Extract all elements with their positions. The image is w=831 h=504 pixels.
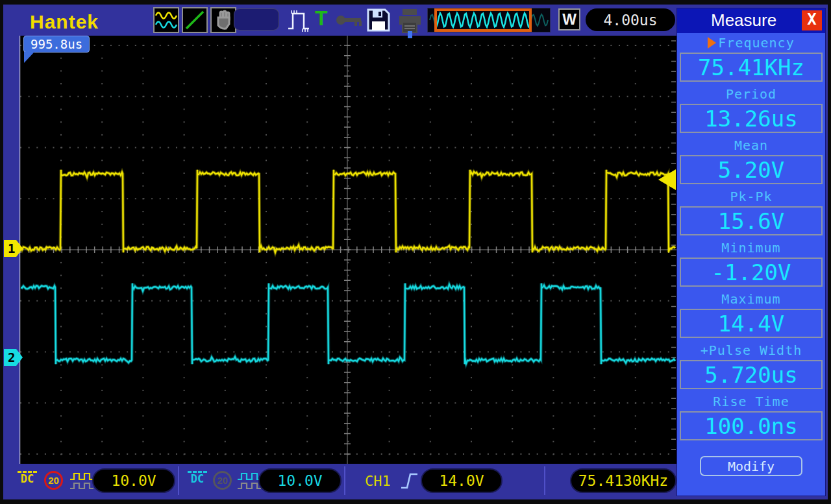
measure-panel: Measure X Frequency 75.41KHz Period 13.2… [676,8,826,496]
measurement-label-minimum[interactable]: Minimum [677,239,825,257]
top-toolbar: Hantek [5,5,676,36]
channel-waveforms-button[interactable] [153,7,179,33]
measurement-value-pulsewidth: 5.720us [680,360,823,389]
svg-text:2: 2 [8,350,15,365]
waveform-display[interactable] [19,36,676,464]
trigger-level-readout[interactable]: 14.0V [421,468,502,493]
ch1-wave-type-icon[interactable] [69,472,95,494]
status-bar: DC 20 10.0V DC 20 10.0V CH1 [5,464,676,498]
cursor-line-icon [183,8,206,32]
save-icon [365,6,392,34]
frequency-counter-readout[interactable]: 75.4130KHz [570,468,676,493]
empty-display-field [234,8,279,30]
record-preview-strip[interactable] [427,8,551,32]
brand-logo: Hantek [30,11,99,33]
close-icon[interactable]: X [802,10,822,30]
selected-arrow-icon [708,37,716,49]
measurement-label-period[interactable]: Period [677,85,825,103]
measurement-label-risetime[interactable]: Rise Time [677,392,825,411]
measurement-label-pkpk[interactable]: Pk-Pk [677,187,825,206]
status-divider [344,466,345,495]
hand-icon [212,8,235,32]
measurement-label-pulsewidth[interactable]: +Pulse Width [677,341,825,359]
delay-readout-tag[interactable]: 995.8us [23,36,90,53]
ch2-scale-readout[interactable]: 10.0V [258,468,341,493]
measurement-value-period: 13.26us [680,104,823,133]
measurement-value-maximum: 14.4V [680,309,823,338]
status-divider [178,466,179,495]
pulse-icon[interactable] [286,8,316,35]
measure-panel-header[interactable]: Measure X [677,8,825,33]
ch1-bandwidth-icon[interactable]: 20 [44,471,63,490]
key-icon[interactable] [335,12,365,31]
measurement-value-pkpk: 15.6V [680,206,823,235]
measurement-value-minimum: -1.20V [680,258,823,287]
measurement-label-maximum[interactable]: Maximum [677,290,825,308]
channel-waveforms-icon [155,8,178,32]
measurement-label-frequency[interactable]: Frequency [677,34,825,52]
cursor-line-button[interactable] [182,7,208,33]
measurement-value-mean: 5.20V [680,155,823,184]
ch1-coupling-icon[interactable]: DC [14,468,40,485]
trigger-source-label[interactable]: CH1 [365,473,391,489]
trigger-edge-icon[interactable] [400,470,419,494]
status-divider [544,466,545,495]
measure-panel-title: Measure [711,10,776,30]
measurement-label-mean[interactable]: Mean [677,136,825,154]
hand-drag-button[interactable] [210,7,236,33]
ch2-ground-marker[interactable]: 2 [4,349,23,366]
trigger-position-marker[interactable] [408,31,412,38]
oscilloscope-screen: Hantek [0,0,831,504]
measurement-value-frequency: 75.41KHz [680,53,823,82]
ch1-scale-readout[interactable]: 10.0V [92,468,175,493]
window-mode-button[interactable]: W [558,8,580,30]
trigger-t-icon[interactable]: T [315,6,328,30]
svg-text:1: 1 [8,241,15,256]
delay-tag-pointer [24,52,36,64]
modify-button[interactable]: Modify [700,456,802,476]
save-button[interactable] [365,6,392,36]
ch2-bandwidth-icon[interactable]: 20 [213,471,232,490]
measurement-value-risetime: 100.0ns [680,411,823,440]
timebase-readout[interactable]: 4.00us [586,8,675,31]
ch1-ground-marker[interactable]: 1 [4,240,23,257]
ch2-coupling-icon[interactable]: DC [184,468,210,485]
